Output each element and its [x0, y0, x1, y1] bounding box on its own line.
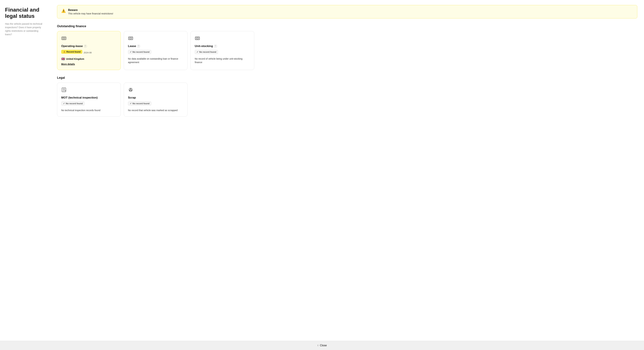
lease-help-icon[interactable]: ? — [137, 45, 140, 48]
legal-section-title: Legal — [57, 76, 637, 80]
unit-stocking-help-icon[interactable]: ? — [214, 45, 217, 48]
outstanding-finance-title: Outstanding finance — [57, 25, 637, 28]
scrap-badge: ✓ No record found — [128, 101, 151, 106]
check-icon-3: ✓ — [63, 102, 65, 105]
svg-point-17 — [130, 89, 131, 89]
mot-description: No technical inspection records found — [61, 109, 116, 112]
beware-text: This vehicle may have financial restrict… — [68, 12, 113, 15]
footer-bar: ↑ Close — [0, 341, 644, 350]
svg-rect-4 — [128, 37, 133, 40]
check-icon-4: ✓ — [130, 102, 132, 105]
svg-rect-8 — [195, 37, 200, 40]
mot-title: MOT (technical inspection) — [61, 96, 116, 99]
close-label: Close — [320, 344, 327, 347]
lease-icon — [128, 36, 183, 42]
scrap-title: Scrap — [128, 96, 183, 99]
arrow-up-icon: ↑ — [317, 344, 319, 347]
scrap-icon — [128, 87, 183, 94]
lease-card: Lease ? ✓ No record found No data availa… — [124, 31, 188, 70]
sidebar: Financial and legal status Has the vehic… — [0, 0, 50, 336]
more-details-link[interactable]: More details — [61, 63, 116, 66]
lease-title: Lease ? — [128, 45, 183, 48]
uk-flag-icon: 🇬🇧 — [61, 57, 65, 61]
close-button[interactable]: ↑ Close — [317, 344, 327, 347]
mot-card: MOT (technical inspection) ✓ No record f… — [57, 83, 121, 117]
unit-stocking-badge: ✓ No record found — [195, 50, 218, 54]
scrap-description: No record that vehicle was marked as scr… — [128, 109, 183, 112]
sidebar-description: Has the vehicle passed its technical ins… — [5, 22, 45, 36]
svg-point-18 — [130, 90, 130, 91]
beware-banner: ⚠️ Beware This vehicle may have financia… — [57, 5, 637, 19]
unit-stocking-icon — [195, 36, 250, 42]
unit-stocking-title: Unit-stocking ? — [195, 45, 250, 48]
operating-lease-card: Operating-lease ? ⚠️ Record found 2024-0… — [57, 31, 121, 70]
outstanding-finance-cards: Operating-lease ? ⚠️ Record found 2024-0… — [57, 31, 637, 70]
svg-rect-0 — [62, 37, 66, 40]
beware-title: Beware — [68, 9, 113, 12]
operating-lease-date: 2024-08 — [84, 51, 92, 54]
legal-cards: MOT (technical inspection) ✓ No record f… — [57, 83, 637, 117]
mot-icon — [61, 87, 116, 94]
check-icon-2: ✓ — [196, 51, 198, 53]
operating-lease-badge: ⚠️ Record found — [61, 50, 82, 54]
main-content: ⚠️ Beware This vehicle may have financia… — [50, 0, 644, 336]
lease-badge: ✓ No record found — [128, 50, 151, 54]
lease-description: No data available on outstanding loan or… — [128, 57, 183, 64]
operating-lease-title: Operating-lease ? — [61, 45, 116, 48]
warning-badge-icon: ⚠️ — [63, 51, 66, 53]
mot-badge: ✓ No record found — [61, 101, 84, 106]
page-title: Financial and legal status — [5, 7, 45, 19]
scrap-card: Scrap ✓ No record found No record that v… — [124, 83, 188, 117]
svg-point-19 — [131, 90, 132, 91]
operating-lease-icon — [61, 36, 116, 42]
check-icon: ✓ — [130, 51, 132, 53]
operating-lease-country: 🇬🇧 United Kingdom — [61, 57, 116, 61]
unit-stocking-card: Unit-stocking ? ✓ No record found No rec… — [190, 31, 254, 70]
unit-stocking-description: No record of vehicle being under unit-st… — [195, 57, 250, 64]
warning-icon: ⚠️ — [61, 9, 66, 13]
operating-lease-help-icon[interactable]: ? — [84, 45, 87, 48]
